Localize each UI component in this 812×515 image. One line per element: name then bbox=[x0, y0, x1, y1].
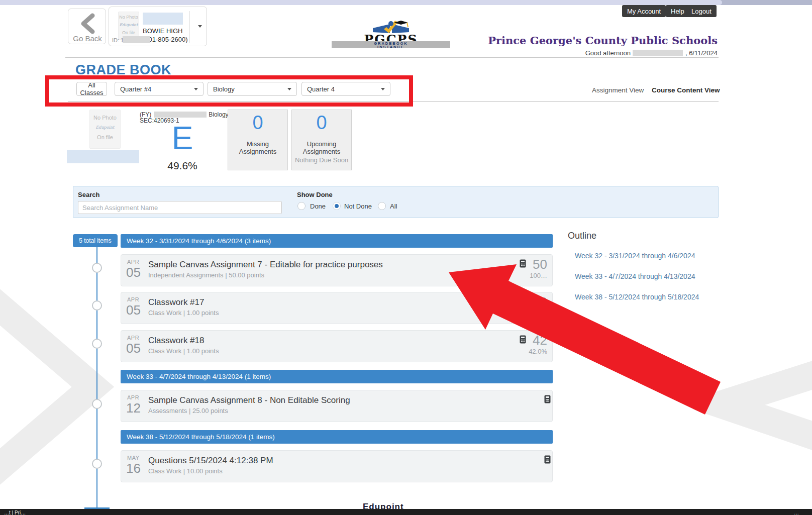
chevron-down-icon bbox=[287, 88, 291, 90]
radio-not-done-label[interactable]: Not Done bbox=[344, 202, 372, 210]
assignment-title[interactable]: Questions 5/15/2024 4:12:38 PM bbox=[148, 456, 273, 466]
outline-link-week38[interactable]: Week 38 - 5/12/2024 through 5/18/2024 bbox=[575, 293, 699, 301]
assignment-title[interactable]: Classwork #17 bbox=[148, 297, 205, 307]
assignment-row[interactable]: MAY 16 Questions 5/15/2024 4:12:38 PM Cl… bbox=[121, 450, 553, 482]
redaction-box-teacher bbox=[154, 112, 207, 118]
upcoming-sub: Nothing Due Soon bbox=[292, 156, 351, 164]
assignment-row[interactable]: APR 05 Classwork #18 Class Work | 1.00 p… bbox=[121, 330, 553, 362]
assignment-score: 50 bbox=[497, 294, 547, 310]
all-classes-button[interactable]: All Classes bbox=[76, 82, 107, 96]
card-divider bbox=[189, 11, 190, 43]
assignment-month: APR bbox=[127, 259, 139, 265]
header-divider bbox=[65, 57, 719, 58]
class-grade-letter: E bbox=[140, 120, 225, 157]
chevron-down-icon bbox=[381, 88, 385, 90]
student-id-prefix: ID: 1 bbox=[112, 37, 124, 43]
timeline-node bbox=[92, 300, 102, 311]
assignment-percent: 100… bbox=[497, 272, 547, 279]
timeline-node bbox=[92, 339, 102, 349]
page-title: GRADE BOOK bbox=[75, 62, 171, 78]
assignment-day: 16 bbox=[126, 461, 141, 476]
logout-button[interactable]: Logout bbox=[686, 5, 717, 17]
timeline-node bbox=[92, 399, 102, 409]
week-header-38: Week 38 - 5/12/2024 through 5/18/2024 (1… bbox=[121, 430, 553, 444]
term-dropdown[interactable]: Quarter 4 bbox=[301, 82, 390, 96]
no-photo-label: No Photo bbox=[119, 15, 139, 20]
upcoming-assignments-card: 0 Upcoming Assignments Nothing Due Soon bbox=[291, 110, 352, 170]
edupoint-logo: Edupoint bbox=[90, 125, 120, 130]
footer-bar bbox=[0, 509, 812, 515]
missing-count: 0 bbox=[228, 112, 287, 134]
back-chevron-icon bbox=[79, 13, 95, 34]
gradebook-page: Go Back No Photo Edupoint On file BOWIE … bbox=[0, 0, 812, 515]
assignment-score: 50 bbox=[497, 257, 547, 272]
search-panel: Search Show Done Done Not Done All bbox=[73, 186, 719, 218]
tabs-divider bbox=[68, 101, 719, 101]
assignment-title[interactable]: Classwork #18 bbox=[148, 336, 205, 346]
calculator-icon bbox=[544, 395, 551, 403]
radio-done-label[interactable]: Done bbox=[310, 202, 326, 210]
assignment-percent: 42.0% bbox=[497, 348, 547, 355]
district-title: Prince George's County Public Schools bbox=[316, 34, 718, 47]
class-dropdown-value: Biology bbox=[213, 85, 235, 93]
assignment-month: MAY bbox=[127, 455, 140, 461]
show-done-label: Show Done bbox=[297, 191, 333, 198]
assignment-day: 05 bbox=[126, 302, 141, 318]
assignment-day: 12 bbox=[126, 400, 141, 416]
class-dropdown[interactable]: Biology bbox=[208, 82, 297, 96]
assignment-meta: Class Work | 10.00 points bbox=[148, 467, 223, 475]
assignment-row[interactable]: APR 05 Sample Canvas Assignment 7 - Edit… bbox=[121, 254, 553, 286]
quarter-dropdown[interactable]: Quarter #4 bbox=[115, 82, 204, 96]
missing-assignments-card: 0 Missing Assignments bbox=[228, 110, 288, 170]
go-back-button[interactable]: Go Back bbox=[68, 9, 106, 44]
tab-assignment-view[interactable]: Assignment View bbox=[592, 86, 644, 94]
radio-done[interactable] bbox=[297, 202, 306, 210]
assignment-month: APR bbox=[127, 394, 139, 400]
outline-title: Outline bbox=[568, 231, 596, 241]
quarter-dropdown-value: Quarter #4 bbox=[120, 85, 151, 93]
class-photo-placeholder: No Photo Edupoint On file bbox=[89, 110, 121, 149]
assignment-day: 05 bbox=[126, 265, 141, 280]
footer-right-partial: … bbox=[794, 510, 799, 515]
assignment-title[interactable]: Sample Canvas Assignment 8 - Non Editabl… bbox=[148, 395, 350, 405]
redaction-box-student-name bbox=[143, 13, 183, 25]
assignment-meta: Class Work | 1.00 points bbox=[148, 347, 219, 355]
no-photo-label: No Photo bbox=[90, 115, 120, 121]
assignment-title[interactable]: Sample Canvas Assignment 7 - Editable fo… bbox=[148, 260, 383, 270]
student-dropdown-caret-icon[interactable] bbox=[198, 25, 202, 28]
radio-not-done[interactable] bbox=[333, 202, 341, 210]
redaction-box-student-name2 bbox=[67, 150, 139, 163]
timeline-node bbox=[92, 263, 102, 273]
outline-link-week32[interactable]: Week 32 - 3/31/2024 through 4/6/2024 bbox=[575, 252, 695, 260]
assignment-row[interactable]: APR 12 Sample Canvas Assignment 8 - Non … bbox=[121, 390, 553, 422]
calculator-icon bbox=[544, 455, 551, 464]
assignment-meta: Assessments | 25.00 points bbox=[148, 407, 228, 415]
on-file-label: On file bbox=[90, 134, 120, 140]
assignment-month: APR bbox=[127, 335, 139, 341]
go-back-label: Go Back bbox=[68, 34, 107, 43]
redaction-box-greeting-name bbox=[633, 50, 683, 56]
radio-all[interactable] bbox=[378, 202, 386, 210]
upcoming-label-line1: Upcoming bbox=[307, 140, 337, 148]
top-scrollbar-thumb[interactable] bbox=[0, 0, 722, 5]
outline-link-week33[interactable]: Week 33 - 4/7/2024 through 4/13/2024 bbox=[575, 272, 695, 280]
student-selector-card[interactable]: No Photo Edupoint On file BOWIE HIGH (30… bbox=[109, 7, 207, 46]
greeting-suffix: , 6/11/2024 bbox=[685, 49, 718, 57]
student-photo-placeholder: No Photo Edupoint On file bbox=[118, 12, 139, 40]
footer-left-links[interactable]: …t | Pri… bbox=[4, 510, 26, 515]
student-school: BOWIE HIGH bbox=[143, 27, 182, 35]
tab-course-content-view[interactable]: Course Content View bbox=[652, 86, 720, 94]
timeline-node bbox=[92, 459, 102, 469]
search-input[interactable] bbox=[78, 201, 282, 214]
redaction-box-student-id bbox=[123, 36, 150, 43]
week-header-33: Week 33 - 4/7/2024 through 4/13/2024 (1 … bbox=[121, 370, 553, 383]
chevron-down-icon bbox=[194, 88, 198, 90]
assignment-row[interactable]: APR 05 Classwork #17 Class Work | 1.00 p… bbox=[121, 292, 553, 324]
help-button[interactable]: Help bbox=[666, 5, 689, 17]
assignment-meta: Class Work | 1.00 points bbox=[148, 309, 219, 317]
my-account-button[interactable]: My Account bbox=[622, 5, 666, 17]
timeline-line bbox=[96, 247, 97, 509]
assignment-meta: Independent Assignments | 50.00 points bbox=[148, 271, 264, 279]
radio-all-label[interactable]: All bbox=[390, 202, 397, 210]
class-grade-percent: 49.6% bbox=[140, 160, 225, 172]
